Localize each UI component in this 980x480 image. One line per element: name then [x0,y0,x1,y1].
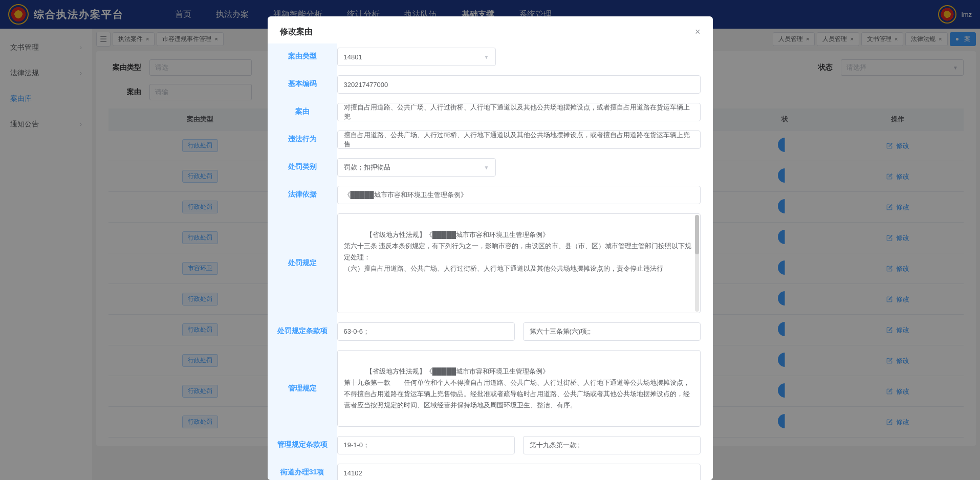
input-value: 第十九条第一款;; [530,441,580,450]
modal-header: 修改案由 × [268,16,713,43]
form-row-illegal: 违法行为 擅自占用道路、公共广场、人行过街桥、人行地下通道以及其他公共场地摆摊设… [268,130,701,149]
type-select[interactable]: 14801 ▼ [337,48,496,66]
form-row-cause: 案由 对擅自占用道路、公共广场、人行过街桥、人行地下通道以及其他公共场地摆摊设点… [268,103,701,121]
modal-body: 案由类型 14801 ▼ 基本编码 320217477000 [268,43,713,480]
input-value: 对擅自占用道路、公共广场、人行过街桥、人行地下通道以及其他公共场地摆摊设点，或者… [344,103,694,121]
chevron-down-icon: ▼ [484,54,489,60]
street-input[interactable]: 14102 [337,464,701,480]
form-row-mgmt: 管理规定 【省级地方性法规】《█████城市市容和环境卫生管理条例》 第十九条第… [268,350,701,427]
clause-text-input[interactable]: 第六十三条第(六)项;; [523,322,701,341]
law-input[interactable]: 《█████城市市容和环境卫生管理条例》 [337,186,701,204]
cause-input[interactable]: 对擅自占用道路、公共广场、人行过街桥、人行地下通道以及其他公共场地摆摊设点，或者… [337,103,701,121]
illegal-input[interactable]: 擅自占用道路、公共广场、人行过街桥、人行地下通道以及其他公共场地摆摊设点，或者擅… [337,130,701,149]
input-value: 63-0-6； [344,327,370,336]
scrollbar-thumb[interactable] [695,215,699,254]
rule-textarea[interactable]: 【省级地方性法规】《█████城市市容和环境卫生管理条例》 第六十三条 违反本条… [337,213,701,313]
form-label: 处罚规定 [268,254,337,272]
penalty-select[interactable]: 罚款；扣押物品 ▼ [337,158,496,177]
form-row-penalty: 处罚类别 罚款；扣押物品 ▼ [268,158,701,177]
modal-overlay: 修改案由 × 案由类型 14801 ▼ 基本编码 320217477000 [0,0,980,480]
form-row-rule: 处罚规定 【省级地方性法规】《█████城市市容和环境卫生管理条例》 第六十三条… [268,213,701,313]
form-row-type: 案由类型 14801 ▼ [268,48,701,66]
form-row-street: 街道办理31项 14102 [268,464,701,480]
form-label: 违法行为 [268,130,337,148]
form-label: 案由 [268,103,337,120]
input-value: 19-1-0； [344,441,370,450]
clause-code-input[interactable]: 63-0-6； [337,322,515,341]
form-row-law: 法律依据 《█████城市市容和环境卫生管理条例》 [268,186,701,204]
code-input[interactable]: 320217477000 [337,75,701,94]
form-row-code: 基本编码 320217477000 [268,75,701,94]
input-value: 擅自占用道路、公共广场、人行过街桥、人行地下通道以及其他公共场地摆摊设点，或者擅… [344,130,694,149]
edit-modal: 修改案由 × 案由类型 14801 ▼ 基本编码 320217477000 [268,16,713,480]
mgmt-clause-text-input[interactable]: 第十九条第一款;; [523,436,701,454]
input-value: 320217477000 [344,81,388,89]
mgmt-textarea[interactable]: 【省级地方性法规】《█████城市市容和环境卫生管理条例》 第十九条第一款 任何… [337,350,701,427]
chevron-down-icon: ▼ [484,165,489,170]
textarea-value: 【省级地方性法规】《█████城市市容和环境卫生管理条例》 第十九条第一款 任何… [344,367,690,409]
input-value: 14102 [344,469,362,477]
textarea-value: 【省级地方性法规】《█████城市市容和环境卫生管理条例》 第六十三条 违反本条… [344,231,692,272]
form-row-clause: 处罚规定条款项 63-0-6； 第六十三条第(六)项;; [268,322,701,341]
form-label: 基本编码 [268,75,337,93]
modal-title: 修改案由 [280,27,313,37]
form-label: 处罚类别 [268,158,337,176]
select-value: 罚款；扣押物品 [344,163,390,172]
close-icon[interactable]: × [695,27,701,37]
input-value: 第六十三条第(六)项;; [530,327,591,336]
mgmt-clause-code-input[interactable]: 19-1-0； [337,436,515,454]
form-row-mgmt-clause: 管理规定条款项 19-1-0； 第十九条第一款;; [268,436,701,454]
input-value: 《█████城市市容和环境卫生管理条例》 [344,190,467,200]
form-label: 案由类型 [268,48,337,65]
form-label: 街道办理31项 [268,464,337,480]
form-label: 管理规定条款项 [268,436,337,453]
form-label: 处罚规定条款项 [268,322,337,340]
form-label: 法律依据 [268,186,337,203]
form-label: 管理规定 [268,380,337,397]
select-value: 14801 [344,53,362,61]
